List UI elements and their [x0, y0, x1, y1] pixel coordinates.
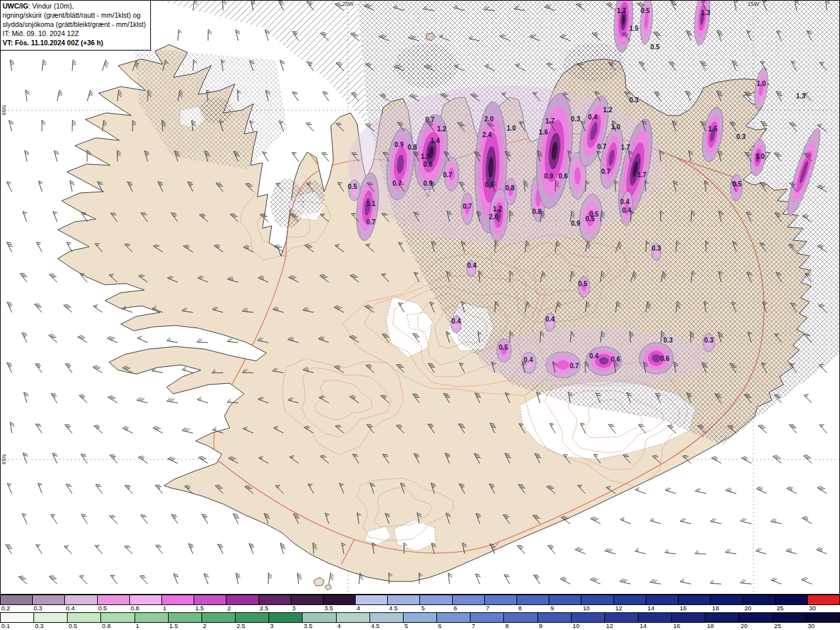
precip-value: 1.7	[637, 171, 646, 178]
precip-value: 0.3	[704, 337, 713, 344]
precip-value: 2.0	[484, 116, 494, 123]
legend-tick-label: 0.5	[98, 605, 107, 612]
legend-tick-label: 20	[740, 623, 747, 629]
precip-value: 0.4	[545, 316, 555, 323]
legend-tick-label: 2	[228, 605, 231, 612]
precip-value: 0.4	[467, 262, 476, 269]
precip-value: 1.2	[493, 205, 502, 213]
legend-tick-label: 16	[673, 623, 681, 629]
precip-value: 0.4	[588, 114, 597, 121]
legend-tick-label: 7	[486, 605, 490, 612]
legend-segment	[404, 613, 437, 622]
legend-segment	[471, 613, 504, 622]
precipitation-legend: 0.20.30.40.50.811.522.533.544.5567891012…	[0, 595, 840, 630]
precip-value: 0.9	[571, 220, 580, 227]
legend-tick-label: 14	[640, 623, 647, 629]
precip-value: 0.9	[423, 180, 432, 187]
map-title-box: UWC/IG: Vindur (10m), rigning/skúrir (gr…	[0, 0, 151, 51]
colorbar-rain-scale-ticks: 0.10.30.50.811.522.533.544.5567891012141…	[0, 623, 840, 630]
precip-value: 0.6	[660, 355, 669, 362]
precip-value: 0.5	[589, 211, 598, 218]
legend-tick-label: 12	[606, 623, 614, 629]
legend-tick-label: 3.5	[304, 623, 312, 629]
legend-segment	[549, 595, 581, 604]
legend-segment	[324, 595, 356, 604]
legend-tick-label: 12	[615, 605, 622, 612]
precip-value: 0.3	[629, 96, 639, 104]
legend-segment	[370, 613, 404, 622]
legend-tick-label: 1	[163, 605, 166, 612]
precip-value: 0.7	[463, 203, 472, 210]
precip-value: 0.6	[558, 173, 568, 180]
precip-value: 0.5	[499, 344, 508, 351]
legend-segment	[646, 595, 679, 604]
map-title-line3: slydda/snjókoma (grátt/bleikt/grænt - mm…	[3, 20, 146, 30]
legend-tick-label: 1.5	[195, 605, 203, 612]
legend-tick-label: 0.8	[102, 623, 111, 629]
legend-segment	[504, 613, 537, 622]
legend-tick-label: 3.5	[324, 605, 333, 612]
precip-value: 1.7	[621, 144, 630, 151]
legend-tick-label: 2.5	[260, 605, 268, 612]
legend-tick-label: 0.1	[1, 623, 10, 629]
legend-tick-label: 8	[505, 623, 509, 629]
precip-value: 1.4	[430, 137, 440, 144]
legend-tick-label: 6	[438, 623, 442, 629]
legend-segment	[807, 613, 840, 622]
legend-tick-label: 1.5	[169, 623, 178, 629]
legend-tick-label: 3	[270, 623, 274, 629]
legend-segment	[135, 613, 169, 622]
precip-value: 1.6	[539, 129, 548, 136]
legend-tick-label: 0.2	[1, 605, 10, 612]
precip-value: 0.3	[571, 116, 580, 123]
legend-segment	[356, 595, 388, 604]
legend-segment	[711, 595, 743, 604]
precip-value: 0.4	[524, 356, 533, 364]
legend-segment	[388, 595, 420, 604]
precip-value: 1.3	[796, 93, 805, 100]
legend-segment	[705, 613, 739, 622]
legend-segment	[303, 613, 336, 622]
legend-tick-label: 4	[357, 605, 360, 612]
colorbar-snow-sleet-scale	[0, 595, 840, 605]
legend-segment	[33, 595, 65, 604]
legend-tick-label: 30	[809, 605, 816, 612]
legend-tick-label: 2	[203, 623, 206, 629]
precip-value: 0.9	[394, 141, 404, 148]
legend-segment	[808, 595, 840, 604]
legend-segment	[337, 613, 370, 622]
legend-segment	[194, 595, 226, 604]
precip-value: 0.8	[423, 161, 432, 168]
iceland-weather-map: 1.70.51.50.51.31.00.31.50.31.01.30.51.10…	[0, 0, 840, 595]
precip-value: 1.1	[421, 153, 430, 160]
legend-segment	[202, 613, 236, 622]
legend-segment	[739, 613, 772, 622]
precip-value: 2.4	[482, 131, 492, 138]
legend-segment	[614, 595, 646, 604]
legend-tick-label: 0.3	[35, 623, 43, 629]
legend-tick-label: 9	[539, 623, 542, 629]
legend-segment	[437, 613, 471, 622]
legend-tick-label: 4.5	[371, 623, 379, 629]
legend-segment	[98, 595, 130, 604]
legend-tick-label: 18	[707, 623, 714, 629]
legend-segment	[236, 613, 269, 622]
legend-segment	[130, 595, 162, 604]
legend-tick-label: 6	[453, 605, 457, 612]
legend-tick-label: 4.5	[389, 605, 398, 612]
model-name: UWC/IG	[3, 2, 28, 10]
precip-value: 0.6	[485, 181, 494, 188]
legend-segment	[773, 613, 807, 622]
legend-segment	[639, 613, 672, 622]
legend-segment	[776, 595, 808, 604]
legend-segment	[65, 595, 97, 604]
legend-segment	[34, 613, 68, 622]
valid-time: VT: Fös. 11.10.2024 00Z (+36 h)	[3, 39, 146, 48]
legend-tick-label: 18	[712, 605, 719, 612]
precip-value: 0.7	[601, 168, 610, 175]
precip-value: 0.7	[366, 219, 375, 226]
legend-tick-label: 0.5	[68, 623, 77, 629]
precip-value: 0.6	[611, 356, 620, 363]
precip-value: 0.7	[443, 171, 452, 178]
precip-value: 0.7	[597, 143, 606, 150]
